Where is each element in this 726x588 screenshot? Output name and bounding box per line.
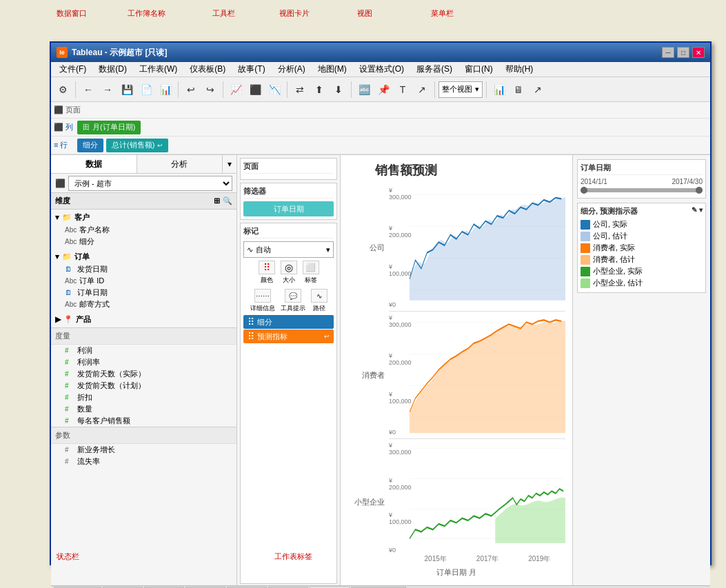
toolbar-label[interactable]: 🔤 — [355, 81, 373, 99]
row-pill-sales[interactable]: 总计(销售额) ↩ — [106, 139, 168, 152]
main-window: Ie Tableau - 示例超市 [只读] ─ □ ✕ 文件(F) 数据(D)… — [50, 41, 712, 565]
field-profit[interactable]: # 利润 — [51, 345, 236, 356]
label-icon: ⬜ — [303, 261, 319, 274]
data-source-select[interactable]: 示例 - 超市 — [68, 176, 232, 191]
row-label-consumer: 消费者 — [347, 312, 389, 439]
shelf-col-row: ⬛ 列 田 月(订单日期) — [51, 119, 710, 136]
tab-analysis[interactable]: 分析 — [137, 155, 223, 173]
toolbar-forward[interactable]: → — [99, 81, 117, 99]
marks-forecast-pill[interactable]: ⠿ 预测指标 ↩ — [243, 330, 334, 343]
toolbar-sort1[interactable]: ⬆ — [310, 81, 328, 99]
field-quantity[interactable]: # 数量 — [51, 403, 236, 415]
field-ship-days-plan[interactable]: # 发货前天数（计划） — [51, 380, 236, 392]
field-ship-days-actual[interactable]: # 发货前天数（实际） — [51, 368, 236, 380]
toolbar-pointer[interactable]: ↗ — [413, 81, 431, 99]
dim-search-icon[interactable]: 🔍 — [223, 196, 232, 205]
row-pill-segment-label: 细分 — [83, 140, 98, 150]
marks-segment-pill[interactable]: ⠿ 细分 — [243, 315, 334, 329]
group-order-header[interactable]: ▾ 📁 订单 — [51, 250, 236, 263]
toolbar-sort2[interactable]: ⬇ — [330, 81, 347, 99]
field-customer-name[interactable]: Abc 客户名称 — [51, 224, 236, 236]
field-order-id-label: 订单 ID — [79, 276, 104, 286]
row-pill-segment[interactable]: 细分 — [77, 139, 103, 152]
menu-server[interactable]: 服务器(S) — [411, 62, 458, 77]
field-new-biz[interactable]: # 新业务增长 — [51, 444, 236, 456]
toolbar-text[interactable]: T — [394, 81, 412, 99]
filter-date-pill[interactable]: 订单日期 — [243, 201, 334, 216]
toolbar-chart2[interactable]: ⬛ — [246, 81, 264, 99]
tab-data[interactable]: 数据 — [51, 155, 137, 173]
maximize-button[interactable]: □ — [677, 47, 689, 58]
forecast-pill-icon: ↩ — [324, 333, 330, 340]
marks-type-select[interactable]: ∿ 自动 ▾ — [243, 241, 334, 258]
toolbar-share[interactable]: ↗ — [529, 81, 547, 99]
toolbar-data[interactable]: 📊 — [157, 81, 174, 99]
chart-area: ¥ 300,000 ¥ 200,000 ¥ 100,000 ¥0 — [389, 184, 565, 566]
annotation-data-window: 数据窗口 — [57, 8, 87, 19]
toolbar-chart3[interactable]: 📉 — [265, 81, 283, 99]
menu-format[interactable]: 设置格式(O) — [354, 62, 410, 77]
data-source-row: ⬛ 示例 - 超市 — [51, 174, 236, 193]
annotation-sheet-tabs: 工作表标签 — [274, 551, 312, 562]
folder-icon: 📁 — [62, 213, 72, 222]
marks-detail-btn[interactable]: ⋯⋯ 详细信息 — [250, 289, 275, 313]
legend-edit-icon[interactable]: ✎ ▾ — [692, 206, 703, 216]
toolbar-save[interactable]: 💾 — [118, 81, 136, 99]
field-order-date[interactable]: 🗓 订单日期 — [51, 287, 236, 298]
toolbar-undo[interactable]: ↩ — [182, 81, 200, 99]
menu-file[interactable]: 文件(F) — [54, 62, 92, 77]
toolbar-customize[interactable]: ⚙ — [54, 81, 72, 99]
panel-tab-arrow[interactable]: ▾ — [223, 155, 236, 173]
group-product-header[interactable]: ▶ 📍 产品 — [51, 313, 236, 326]
close-button[interactable]: ✕ — [692, 47, 705, 58]
hash-icon-4: # — [65, 382, 74, 389]
menu-analysis[interactable]: 分析(A) — [272, 62, 311, 77]
detail-label: 详细信息 — [250, 304, 275, 313]
marks-label-btn[interactable]: ⬜ 标签 — [303, 261, 319, 285]
marks-color-btn[interactable]: ⠿ 颜色 — [259, 261, 275, 285]
field-profit-rate-label: 利润率 — [77, 357, 100, 367]
toolbar-redo[interactable]: ↪ — [201, 81, 219, 99]
field-order-id[interactable]: Abc 订单 ID — [51, 275, 236, 287]
forecast-pill-label: 预测指标 — [257, 332, 288, 342]
dimensions-header: 维度 ⊞ 🔍 — [51, 193, 236, 210]
menu-dashboard[interactable]: 仪表板(B) — [184, 62, 231, 77]
menu-worksheet[interactable]: 工作表(W) — [134, 62, 183, 77]
date-slider-handle-right[interactable] — [696, 187, 703, 194]
field-segment[interactable]: Abc 细分 — [51, 236, 236, 247]
toolbar-chart-type[interactable]: 📊 — [490, 81, 508, 99]
toolbar-swap[interactable]: ⇄ — [291, 81, 309, 99]
marks-path-btn[interactable]: ∿ 路径 — [311, 289, 327, 313]
field-profit-rate[interactable]: # 利润率 — [51, 356, 236, 368]
pin-icon: 📍 — [63, 315, 73, 324]
menu-map[interactable]: 地图(M) — [312, 62, 352, 77]
minimize-button[interactable]: ─ — [662, 47, 674, 58]
menu-window[interactable]: 窗口(N) — [459, 62, 498, 77]
field-ship-date[interactable]: 🗓 发货日期 — [51, 263, 236, 275]
y-axis-2: ¥ 300,000 ¥ 200,000 ¥ 100,000 ¥0 — [389, 442, 410, 554]
menu-story[interactable]: 故事(T) — [232, 62, 270, 77]
menu-help[interactable]: 帮助(H) — [500, 62, 539, 77]
chart-row-1: ¥ 300,000 ¥ 200,000 ¥ 100,000 ¥0 — [389, 312, 565, 439]
field-sales-per-customer[interactable]: # 每名客户销售额 — [51, 415, 236, 427]
marks-icons-row: ⠿ 颜色 ◎ 大小 ⬜ — [243, 258, 334, 287]
marks-size-btn[interactable]: ◎ 大小 — [281, 261, 297, 285]
toolbar-pin[interactable]: 📌 — [374, 81, 392, 99]
marks-tooltip-btn[interactable]: 💬 工具提示 — [281, 289, 305, 313]
menu-data[interactable]: 数据(D) — [93, 62, 132, 77]
path-icon: ∿ — [311, 289, 327, 303]
date-range-row: 2014/1/1 2017/4/30 — [581, 178, 703, 185]
toolbar-view-dropdown[interactable]: 整个视图 ▾ — [438, 81, 483, 98]
field-discount[interactable]: # 折扣 — [51, 392, 236, 403]
toolbar-monitor[interactable]: 🖥 — [510, 81, 527, 99]
date-slider-handle-left[interactable] — [581, 187, 587, 194]
toolbar-chart1[interactable]: 📈 — [227, 81, 245, 99]
field-ship-mode[interactable]: Abc 邮寄方式 — [51, 298, 236, 310]
date-slider-track[interactable] — [581, 188, 703, 192]
toolbar-new[interactable]: 📄 — [137, 81, 155, 99]
toolbar-back[interactable]: ← — [79, 81, 97, 99]
col-pill-date[interactable]: 田 月(订单日期) — [77, 121, 141, 134]
dim-grid-icon[interactable]: ⊞ — [214, 196, 220, 205]
field-churn[interactable]: # 流失率 — [51, 456, 236, 467]
group-customer-header[interactable]: ▾ 📁 客户 — [51, 211, 236, 224]
